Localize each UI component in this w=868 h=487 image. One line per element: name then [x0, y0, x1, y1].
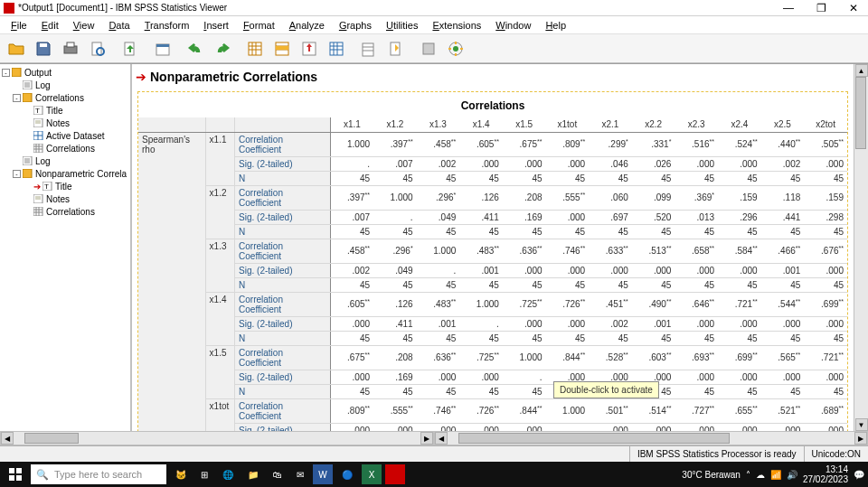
menu-insert[interactable]: Insert — [196, 18, 236, 33]
tree-item-notes[interactable]: Notes — [2, 192, 128, 205]
correlations-table-wrap[interactable]: Correlations x1.1x1.2x1.3x1.4x1.5x1totx2… — [137, 91, 848, 431]
preview-button[interactable] — [85, 36, 110, 61]
menu-format[interactable]: Format — [236, 18, 282, 33]
open-button[interactable] — [4, 36, 29, 61]
volume-icon[interactable]: 🔊 — [787, 470, 797, 480]
cell: .516** — [675, 132, 718, 156]
tree-item-title[interactable]: TTitle — [2, 104, 128, 117]
scroll-right-button[interactable]: ▶ — [420, 432, 433, 445]
store-icon[interactable]: 🛍 — [268, 464, 288, 485]
close-button[interactable]: ✕ — [843, 2, 864, 14]
run-button[interactable] — [443, 36, 468, 61]
scroll-down-button[interactable]: ▼ — [855, 418, 868, 431]
tree-toggle-icon[interactable]: - — [13, 170, 21, 178]
menu-analyze[interactable]: Analyze — [282, 18, 332, 33]
show-button[interactable] — [383, 36, 409, 61]
tree-root[interactable]: -Output — [2, 66, 128, 79]
heading-arrow-icon: ➔ — [136, 70, 146, 84]
system-tray[interactable]: 30°C Berawan ˄ ☁ 📶 🔊 13:14 27/02/2023 💬 — [682, 464, 864, 484]
maximize-button[interactable]: ❐ — [810, 2, 832, 14]
menu-graphs[interactable]: Graphs — [332, 18, 379, 33]
spss-icon[interactable] — [385, 464, 405, 484]
task-view-button[interactable]: ⊞ — [195, 464, 213, 485]
minimize-button[interactable]: — — [778, 2, 799, 14]
cell: 45 — [761, 224, 805, 239]
chrome-icon[interactable]: 🔵 — [336, 464, 358, 485]
tree-toggle-icon[interactable]: - — [2, 69, 10, 77]
menu-view[interactable]: View — [66, 18, 102, 33]
menu-utilities[interactable]: Utilities — [379, 18, 425, 33]
tree-item-correlations[interactable]: Correlations — [2, 142, 128, 155]
tree-toggle-icon[interactable]: - — [13, 94, 21, 102]
date-text: 27/02/2023 — [803, 474, 848, 484]
vscroll-thumb[interactable] — [855, 77, 866, 149]
scroll-left-button[interactable]: ◀ — [1, 432, 14, 445]
clock[interactable]: 13:14 27/02/2023 — [803, 464, 848, 484]
output-hscroll[interactable]: ◀ ▶ — [434, 431, 868, 445]
onedrive-icon[interactable]: ☁ — [756, 470, 765, 480]
cell: .000 — [546, 156, 590, 171]
export-button[interactable] — [118, 36, 143, 61]
designate-button[interactable] — [416, 36, 441, 61]
variables-button[interactable] — [324, 36, 349, 61]
wifi-icon[interactable]: 📶 — [770, 470, 781, 480]
menu-data[interactable]: Data — [101, 18, 137, 33]
tree-item-correlations[interactable]: -Correlations — [2, 91, 128, 104]
cell: .298 — [804, 210, 847, 224]
menu-transform[interactable]: Transform — [137, 18, 197, 33]
redo-button[interactable] — [210, 36, 235, 61]
scroll-left-button[interactable]: ◀ — [435, 432, 448, 445]
outline-hscroll[interactable]: ◀ ▶ — [0, 431, 434, 445]
search-placeholder: Type here to search — [54, 469, 142, 480]
cell: .675** — [503, 132, 546, 156]
recall-dialog-button[interactable] — [150, 36, 175, 61]
save-button[interactable] — [31, 36, 56, 61]
tree-item-correlations[interactable]: Correlations — [2, 205, 128, 218]
goto-variable-button[interactable] — [297, 36, 322, 61]
cell: .007 — [373, 156, 417, 171]
menu-edit[interactable]: Edit — [34, 18, 66, 33]
tree-item-notes[interactable]: Notes — [2, 117, 128, 129]
tree-item-log[interactable]: Log — [2, 155, 128, 167]
menu-window[interactable]: Window — [488, 18, 538, 33]
excel-icon[interactable]: X — [362, 464, 382, 484]
scroll-right-button[interactable]: ▶ — [854, 432, 867, 445]
undo-button[interactable] — [183, 36, 208, 61]
scroll-up-button[interactable]: ▲ — [855, 64, 868, 77]
weather-widget[interactable]: 30°C Berawan — [682, 470, 741, 480]
cell: .646** — [675, 292, 718, 316]
table-row: Spearman's rhox1.1Correlation Coefficien… — [138, 132, 847, 156]
menu-file[interactable]: File — [4, 18, 34, 33]
menu-help[interactable]: Help — [538, 18, 573, 33]
cell: .000 — [373, 423, 417, 431]
vertical-scrollbar[interactable]: ▲ ▼ — [854, 64, 868, 431]
tree-item-active-dataset[interactable]: Active Dataset — [2, 129, 128, 142]
edge-icon[interactable]: 🌐 — [217, 464, 239, 485]
notes-icon — [33, 118, 44, 127]
select-button[interactable] — [356, 36, 382, 61]
outline-pane[interactable]: -OutputLog-CorrelationsTTitleNotesActive… — [0, 64, 132, 431]
cell: 45 — [718, 277, 761, 292]
svg-rect-31 — [33, 207, 42, 216]
cortana-icon[interactable]: 🐱 — [170, 464, 192, 485]
tray-chevron-icon[interactable]: ˄ — [746, 470, 750, 480]
print-button[interactable] — [58, 36, 83, 61]
goto-data-button[interactable] — [242, 36, 268, 61]
menu-extensions[interactable]: Extensions — [425, 18, 488, 33]
tree-item-title[interactable]: ➔TTitle — [2, 180, 128, 192]
start-button[interactable] — [4, 464, 27, 485]
output-pane[interactable]: ➔ Nonparametric Correlations Correlation… — [132, 64, 868, 431]
cell: 45 — [589, 224, 632, 239]
hscroll-thumb[interactable] — [458, 433, 730, 444]
taskbar-search[interactable]: 🔍Type here to search — [31, 464, 166, 484]
windows-taskbar[interactable]: 🔍Type here to search 🐱 ⊞ 🌐 📁 🛍 ✉ W 🔵 X 3… — [0, 462, 868, 487]
tree-item-nonparametric-correlations[interactable]: -Nonparametric Correla — [2, 167, 128, 180]
explorer-icon[interactable]: 📁 — [242, 464, 264, 485]
mail-icon[interactable]: ✉ — [291, 464, 309, 485]
cell: 45 — [330, 224, 373, 239]
tree-item-log[interactable]: Log — [2, 79, 128, 91]
goto-case-button[interactable] — [269, 36, 295, 61]
word-icon[interactable]: W — [313, 464, 333, 484]
hscroll-thumb[interactable] — [24, 433, 79, 444]
notifications-icon[interactable]: 💬 — [854, 470, 864, 480]
